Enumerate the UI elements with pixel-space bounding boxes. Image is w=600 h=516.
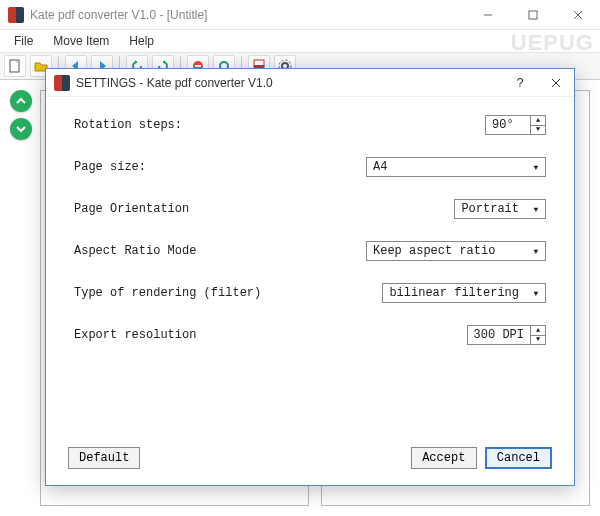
aspect-combo[interactable]: Keep aspect ratio ▼ [366,241,546,261]
scroll-up-button[interactable] [10,90,32,112]
window-title: Kate pdf converter V1.0 - [Untitle] [30,8,207,22]
cancel-button[interactable]: Cancel [485,447,552,469]
rendering-value: bilinear filtering [383,286,527,300]
chevron-down-icon: ▼ [527,158,545,176]
spinner-down-icon[interactable]: ▼ [531,336,545,345]
chevron-down-icon: ▼ [527,284,545,302]
close-button[interactable] [555,0,600,30]
menu-move-item[interactable]: Move Item [43,32,119,50]
page-size-combo[interactable]: A4 ▼ [366,157,546,177]
dialog-titlebar: SETTINGS - Kate pdf converter V1.0 ? [46,69,574,97]
minimize-button[interactable] [465,0,510,30]
aspect-label: Aspect Ratio Mode [74,244,366,258]
side-controls [10,90,32,140]
rotation-spinner[interactable]: 90° ▲ ▼ [485,115,546,135]
spinner-up-icon[interactable]: ▲ [531,326,545,336]
main-titlebar: Kate pdf converter V1.0 - [Untitle] [0,0,600,30]
rotation-label: Rotation steps: [74,118,485,132]
default-button[interactable]: Default [68,447,140,469]
dialog-app-icon [54,75,70,91]
rotation-value: 90° [486,116,530,134]
settings-dialog: SETTINGS - Kate pdf converter V1.0 ? Rot… [45,68,575,486]
watermark: UEPUG [511,30,594,56]
chevron-down-icon: ▼ [527,242,545,260]
spinner-up-icon[interactable]: ▲ [531,116,545,126]
menu-help[interactable]: Help [119,32,164,50]
chevron-down-icon: ▼ [527,200,545,218]
accept-button[interactable]: Accept [411,447,477,469]
page-size-label: Page size: [74,160,366,174]
aspect-value: Keep aspect ratio [367,244,527,258]
orientation-value: Portrait [455,202,527,216]
scroll-down-button[interactable] [10,118,32,140]
page-size-value: A4 [367,160,527,174]
orientation-label: Page Orientation [74,202,454,216]
rendering-label: Type of rendering (filter) [74,286,382,300]
menu-file[interactable]: File [4,32,43,50]
resolution-value: 300 DPI [468,326,530,344]
maximize-button[interactable] [510,0,555,30]
dialog-body: Rotation steps: 90° ▲ ▼ Page size: A4 ▼ [46,97,574,437]
dialog-footer: Default Accept Cancel [46,437,574,485]
svg-rect-1 [529,11,537,19]
rendering-combo[interactable]: bilinear filtering ▼ [382,283,546,303]
app-icon [8,7,24,23]
toolbar-new-icon[interactable] [4,55,26,77]
orientation-combo[interactable]: Portrait ▼ [454,199,546,219]
dialog-help-button[interactable]: ? [502,69,538,97]
dialog-close-button[interactable] [538,69,574,97]
spinner-down-icon[interactable]: ▼ [531,126,545,135]
resolution-label: Export resolution [74,328,467,342]
resolution-spinner[interactable]: 300 DPI ▲ ▼ [467,325,546,345]
dialog-title: SETTINGS - Kate pdf converter V1.0 [76,76,273,90]
